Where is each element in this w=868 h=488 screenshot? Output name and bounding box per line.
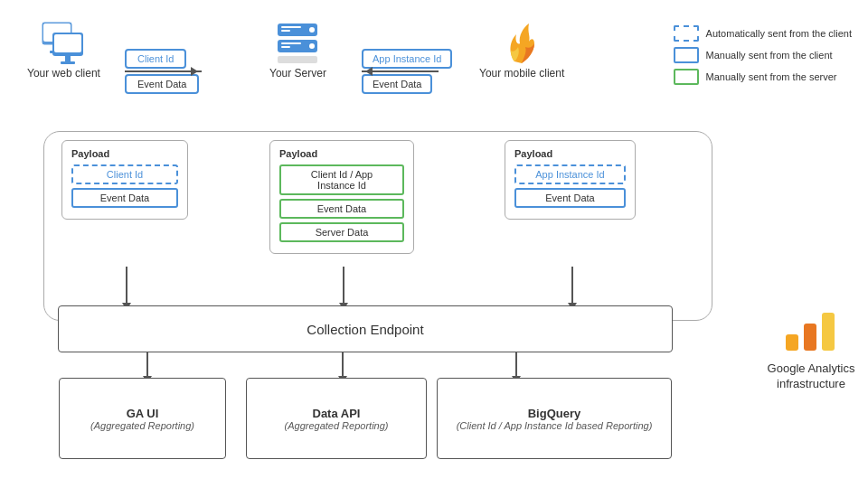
svg-rect-20 [822,313,835,351]
svg-rect-11 [281,30,290,32]
mobile-client-area: Your mobile client [479,20,564,80]
server-label: Your Server [269,67,326,80]
legend-auto: Automatically sent from the client [674,25,852,42]
svg-rect-7 [65,56,71,61]
output-data-api: Data API (Aggregated Reporting) [246,378,427,459]
event-data-box-mobile: Event Data [362,74,432,94]
legend-auto-label: Automatically sent from the client [706,28,852,39]
ga-ui-title: GA UI [127,407,159,420]
ga-infrastructure-icon [780,307,842,354]
collection-endpoint-box: Collection Endpoint [58,305,673,352]
mobile-client-label: Your mobile client [479,67,564,80]
ga-infrastructure-area: Google Analytics infrastructure [761,307,861,392]
svg-rect-10 [281,26,301,28]
mobile-to-server-arrow-area: App Instance Id Event Data [362,49,452,94]
ga-infrastructure-label: Google Analytics infrastructure [761,361,861,392]
legend-manual-server-label: Manually sent from the server [706,71,837,82]
svg-rect-6 [54,34,81,52]
legend-manual-client: Manually sent from the client [674,47,852,63]
output-bigquery: BigQuery (Client Id / App Instance Id ba… [437,378,672,459]
svg-rect-18 [786,334,798,351]
legend-manual-server-box [674,69,699,85]
diagram: Automatically sent from the client Manua… [0,0,868,488]
web-client-area: Your web client [27,20,100,80]
web-client-icon [38,20,89,67]
legend-auto-box [674,25,699,42]
svg-rect-17 [278,56,317,63]
web-to-server-arrow-area: Client Id Event Data [125,49,202,94]
event-data-box-web: Event Data [125,74,199,94]
main-bracket [43,131,712,321]
client-id-box: Client Id [125,49,186,69]
legend-manual-server: Manually sent from the server [674,69,852,85]
svg-point-12 [309,27,315,33]
data-api-subtitle: (Aggregated Reporting) [285,420,389,431]
mobile-client-icon [498,20,545,67]
legend: Automatically sent from the client Manua… [674,25,852,85]
app-instance-id-box: App Instance Id [362,49,452,69]
server-icon [272,20,323,67]
svg-rect-19 [804,324,816,351]
server-area: Your Server [269,20,326,80]
web-client-label: Your web client [27,67,100,80]
data-api-title: Data API [313,407,361,420]
svg-rect-15 [281,46,290,48]
ga-ui-subtitle: (Aggregated Reporting) [90,420,194,431]
legend-manual-client-box [674,47,699,63]
output-ga-ui: GA UI (Aggregated Reporting) [59,378,226,459]
bigquery-title: BigQuery [528,407,581,420]
bigquery-subtitle: (Client Id / App Instance Id based Repor… [457,420,653,431]
svg-point-16 [309,43,315,49]
svg-rect-8 [61,61,75,64]
collection-endpoint-label: Collection Endpoint [307,322,423,337]
legend-manual-client-label: Manually sent from the client [706,50,833,61]
svg-rect-14 [281,42,301,44]
